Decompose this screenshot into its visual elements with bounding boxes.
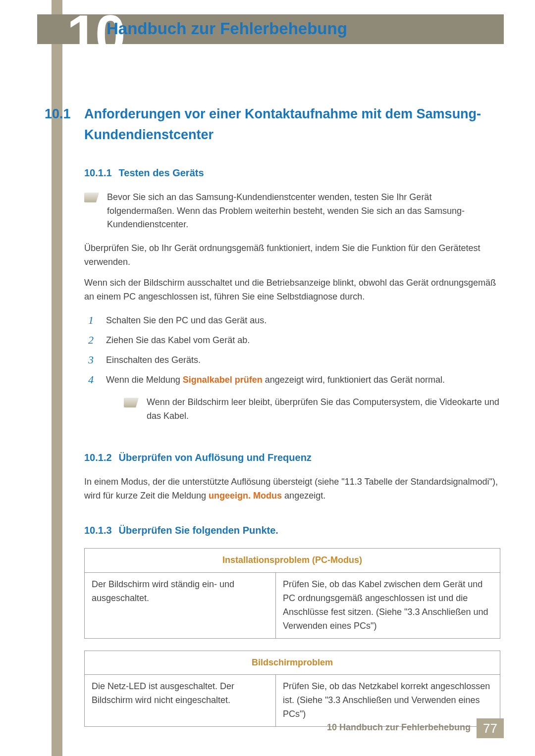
table-screen-problem: Bildschirmproblem Die Netz-LED ist ausge…	[84, 651, 500, 727]
step-text: Ziehen Sie das Kabel vom Gerät ab.	[106, 335, 250, 345]
table-header: Bildschirmproblem	[85, 651, 500, 675]
chapter-title: Handbuch zur Fehlerbehebung	[107, 19, 347, 38]
page-root: 10 Handbuch zur Fehlerbehebung 10.1Anfor…	[0, 0, 535, 756]
step-item: Schalten Sie den PC und das Gerät aus.	[88, 311, 501, 331]
subsection-title: Testen des Geräts	[119, 167, 204, 178]
step-item: Wenn die Meldung Signalkabel prüfen ange…	[88, 370, 501, 437]
section-heading-10-1: 10.1Anforderungen vor einer Kontaktaufna…	[84, 104, 501, 146]
page-footer: 10 Handbuch zur Fehlerbehebung 77	[0, 718, 535, 738]
subsection-heading-10-1-3: 10.1.3Überprüfen Sie folgenden Punkte.	[84, 523, 501, 538]
step-list: Schalten Sie den PC und das Gerät aus. Z…	[88, 311, 501, 436]
table-cell-solution: Prüfen Sie, ob das Kabel zwischen dem Ge…	[275, 572, 500, 638]
section-title: Anforderungen vor einer Kontaktaufnahme …	[84, 106, 481, 142]
body-paragraph: In einem Modus, der die unterstützte Auf…	[84, 475, 501, 503]
table-header: Installationsproblem (PC-Modus)	[85, 549, 500, 573]
highlight-invalid-mode: ungeeign. Modus	[209, 491, 282, 501]
step-item: Einschalten des Geräts.	[88, 351, 501, 370]
note-icon	[124, 398, 139, 407]
step-text: Schalten Sie den PC und das Gerät aus.	[106, 315, 267, 325]
body-paragraph: Wenn sich der Bildschirm ausschaltet und…	[84, 276, 501, 304]
note-block: Bevor Sie sich an das Samsung-Kundendien…	[84, 191, 501, 232]
page-number: 77	[477, 718, 504, 738]
subsection-number: 10.1.2	[84, 450, 112, 465]
subsection-number: 10.1.3	[84, 523, 112, 538]
table-row: Der Bildschirm wird ständig ein- und aus…	[85, 572, 500, 638]
section-number: 10.1	[45, 104, 84, 125]
text-suffix: angezeigt.	[282, 491, 325, 501]
subsection-title: Überprüfen Sie folgenden Punkte.	[119, 525, 278, 536]
subsection-title: Überprüfen von Auflösung und Frequenz	[119, 452, 312, 463]
subsection-heading-10-1-2: 10.1.2Überprüfen von Auflösung und Frequ…	[84, 450, 501, 465]
body-paragraph: Überprüfen Sie, ob Ihr Gerät ordnungsgem…	[84, 242, 501, 269]
footer-chapter-text: 10 Handbuch zur Fehlerbehebung	[327, 722, 471, 733]
step-text-suffix: angezeigt wird, funktioniert das Gerät n…	[263, 375, 445, 385]
subsection-number: 10.1.1	[84, 165, 112, 181]
note-text: Wenn der Bildschirm leer bleibt, überprü…	[147, 396, 501, 423]
highlight-signal-cable: Signalkabel prüfen	[183, 375, 263, 385]
step-item: Ziehen Sie das Kabel vom Gerät ab.	[88, 331, 501, 351]
step-text-prefix: Wenn die Meldung	[106, 375, 183, 385]
note-text: Bevor Sie sich an das Samsung-Kundendien…	[107, 191, 501, 232]
note-icon	[84, 193, 99, 202]
note-block: Wenn der Bildschirm leer bleibt, überprü…	[124, 396, 501, 423]
subsection-heading-10-1-1: 10.1.1Testen des Geräts	[84, 165, 501, 181]
step-text: Einschalten des Geräts.	[106, 355, 201, 365]
page-content: 10.1Anforderungen vor einer Kontaktaufna…	[84, 104, 501, 739]
table-installation-problem: Installationsproblem (PC-Modus) Der Bild…	[84, 548, 500, 638]
table-cell-problem: Der Bildschirm wird ständig ein- und aus…	[85, 572, 276, 638]
